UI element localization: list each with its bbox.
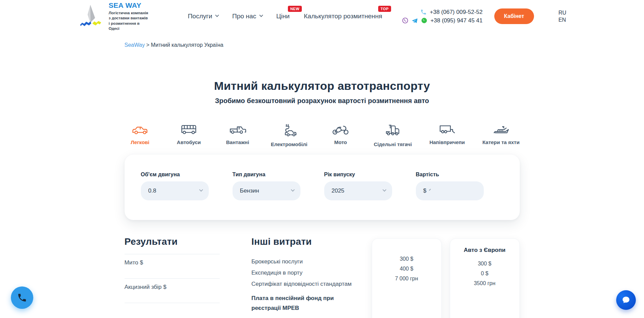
year-label: Рік випуску bbox=[324, 172, 392, 178]
price-value: 0 $ bbox=[455, 269, 515, 278]
tab-semi-trailers[interactable]: Напівпричепи bbox=[429, 124, 465, 147]
results-title: Результати bbox=[125, 236, 220, 247]
phone-number-2[interactable]: +38 (095) 947 45 41 bbox=[430, 17, 483, 24]
truck-icon bbox=[229, 124, 246, 135]
result-row-duty: Мито $ bbox=[125, 254, 220, 278]
car-icon bbox=[131, 124, 149, 135]
chevron-down-icon bbox=[259, 13, 263, 17]
chevron-down-icon bbox=[382, 188, 386, 192]
tab-trucks[interactable]: Вантажні bbox=[222, 124, 253, 147]
yacht-icon bbox=[492, 124, 510, 135]
chevron-down-icon bbox=[199, 188, 203, 192]
chevron-down-icon bbox=[429, 189, 431, 191]
lang-ru[interactable]: RU bbox=[558, 10, 566, 16]
seaway-boat-logo-icon bbox=[77, 3, 104, 29]
cost-currency-select[interactable]: $ bbox=[416, 181, 484, 200]
price-card-default: 300 $ 400 $ 7 000 грн bbox=[372, 238, 442, 318]
expense-item-pension-fund: Плата в пенсійний фонд при реєстрації МР… bbox=[252, 293, 349, 313]
divider bbox=[125, 303, 220, 306]
price-cards: 300 $ 400 $ 7 000 грн Авто з Європи 300 … bbox=[372, 238, 520, 318]
header: SEA WAY Логістична компанія з доставки в… bbox=[0, 0, 644, 33]
chat-widget-button[interactable] bbox=[616, 290, 636, 310]
tab-electric-cars[interactable]: Електромобілі bbox=[271, 124, 308, 147]
electric-car-icon bbox=[280, 124, 298, 137]
tab-cars[interactable]: Легкові bbox=[125, 124, 156, 147]
expense-item-broker: Брокерські послуги bbox=[252, 256, 372, 267]
engine-volume-label: Об'єм двигуна bbox=[141, 172, 209, 178]
engine-volume-select[interactable]: 0.8 bbox=[141, 181, 209, 200]
viber-icon[interactable] bbox=[402, 17, 408, 24]
logo[interactable]: SEA WAY Логістична компанія з доставки в… bbox=[77, 1, 150, 31]
cost-label: Вартість bbox=[416, 172, 484, 178]
phone-number-1[interactable]: +38 (067) 009-52-52 bbox=[430, 9, 482, 16]
bus-icon bbox=[180, 124, 198, 135]
nav-item-prices[interactable]: Ціни NEW bbox=[276, 13, 290, 20]
lang-en[interactable]: EN bbox=[558, 17, 566, 23]
top-badge: TOP bbox=[378, 6, 391, 12]
other-expenses-title: Інші витрати bbox=[252, 236, 372, 247]
chevron-down-icon bbox=[215, 13, 219, 17]
chat-bubble-icon bbox=[621, 295, 631, 305]
price-value: 7 000 грн bbox=[377, 274, 437, 283]
language-switcher: RU EN bbox=[558, 10, 566, 23]
page-title: Митний калькулятор автотранспорту bbox=[125, 79, 520, 93]
price-value: 3500 грн bbox=[455, 278, 515, 288]
price-card-title: Авто з Європи bbox=[455, 247, 515, 254]
breadcrumb-current: Митний калькулятор Україна bbox=[151, 42, 223, 48]
logo-title: SEA WAY bbox=[109, 1, 150, 9]
cost-input[interactable] bbox=[434, 181, 509, 200]
nav-item-customs-calculator[interactable]: Калькулятор розмитнення TOP bbox=[304, 13, 382, 20]
cabinet-button[interactable]: Кабінет bbox=[494, 8, 534, 24]
engine-type-label: Тип двигуна bbox=[233, 172, 300, 178]
tab-moto[interactable]: Мото bbox=[325, 124, 356, 147]
phone-icon bbox=[17, 293, 27, 303]
expense-item-certificate: Сертифікат відповідності стандартам bbox=[252, 278, 372, 290]
breadcrumb-home-link[interactable]: SeaWay bbox=[125, 42, 145, 48]
nav-item-services[interactable]: Послуги bbox=[188, 13, 218, 20]
new-badge: NEW bbox=[288, 6, 302, 12]
results-column: Результати Мито $ Акцизний збір $ bbox=[125, 236, 220, 306]
engine-type-field: Тип двигуна Бензин bbox=[233, 172, 300, 200]
motorcycle-icon bbox=[332, 124, 349, 135]
tab-buses[interactable]: Автобуси bbox=[173, 124, 204, 147]
tab-semi-trucks[interactable]: Сідельні тягачі bbox=[374, 124, 412, 147]
vehicle-type-tabs: Легкові Автобуси Вантажні bbox=[125, 124, 520, 147]
trailer-icon bbox=[438, 124, 456, 135]
cost-field: Вартість $ bbox=[416, 172, 484, 200]
engine-type-select[interactable]: Бензин bbox=[233, 181, 300, 200]
phone-icon bbox=[420, 9, 427, 15]
header-contacts: +38 (067) 009-52-52 +38 (095) 947 45 41 bbox=[402, 9, 483, 24]
year-field: Рік випуску 2025 bbox=[324, 172, 392, 200]
engine-volume-field: Об'єм двигуна 0.8 bbox=[141, 172, 209, 200]
price-value: 400 $ bbox=[377, 264, 437, 274]
price-card-europe: Авто з Європи 300 $ 0 $ 3500 грн bbox=[450, 238, 520, 318]
result-row-excise: Акцизний збір $ bbox=[125, 278, 220, 303]
other-expenses-column: Інші витрати Брокерські послуги Експедиц… bbox=[252, 236, 372, 313]
calculator-form-card: Об'єм двигуна 0.8 Тип двигуна Бензин Рік… bbox=[125, 155, 520, 220]
main-nav: Послуги Про нас Ціни NEW Калькулятор роз… bbox=[188, 13, 382, 20]
semi-truck-icon bbox=[384, 124, 402, 137]
nav-item-about[interactable]: Про нас bbox=[232, 13, 262, 20]
price-value: 300 $ bbox=[455, 259, 515, 269]
price-value: 300 $ bbox=[377, 254, 437, 264]
year-select[interactable]: 2025 bbox=[324, 181, 392, 200]
logo-tagline: Логістична компанія з доставки вантажів … bbox=[109, 11, 150, 31]
call-fab-button[interactable] bbox=[11, 286, 33, 309]
expense-item-port: Експедиція в порту bbox=[252, 267, 372, 278]
breadcrumb: SeaWay > Митний калькулятор Україна bbox=[125, 42, 520, 48]
tab-boats-yachts[interactable]: Катери та яхти bbox=[482, 124, 519, 147]
chevron-down-icon bbox=[291, 188, 294, 192]
whatsapp-icon[interactable] bbox=[421, 17, 427, 24]
telegram-icon[interactable] bbox=[411, 17, 418, 24]
page-subtitle: Зробимо безкоштовний розрахунок вартості… bbox=[125, 97, 520, 105]
